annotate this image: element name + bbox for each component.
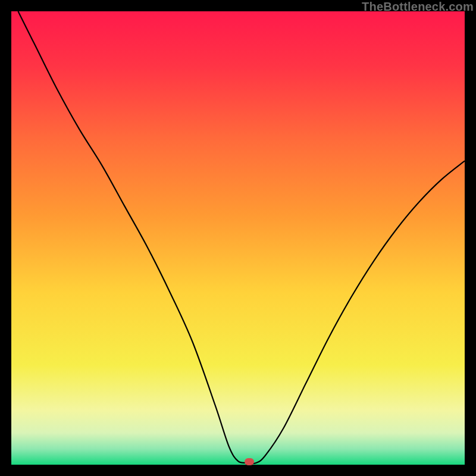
chart-stage: TheBottleneck.com: [0, 0, 476, 476]
optimal-point-marker: [245, 458, 254, 465]
curve-path: [18, 11, 465, 464]
bottleneck-curve: [11, 11, 465, 465]
watermark-text: TheBottleneck.com: [362, 0, 474, 14]
plot-area: [11, 11, 465, 465]
